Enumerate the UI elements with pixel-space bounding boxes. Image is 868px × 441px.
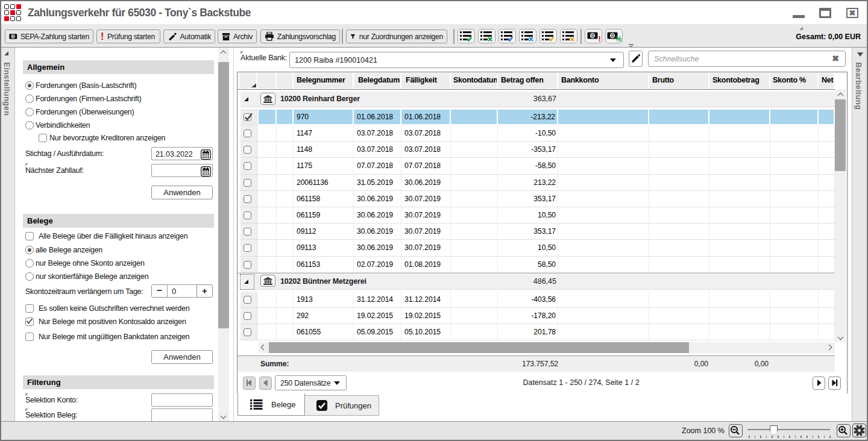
svg-text:!: ! bbox=[598, 34, 600, 42]
svg-text:%: % bbox=[615, 35, 621, 42]
svg-text:0: 0 bbox=[591, 33, 594, 39]
svg-text:0: 0 bbox=[611, 33, 614, 39]
